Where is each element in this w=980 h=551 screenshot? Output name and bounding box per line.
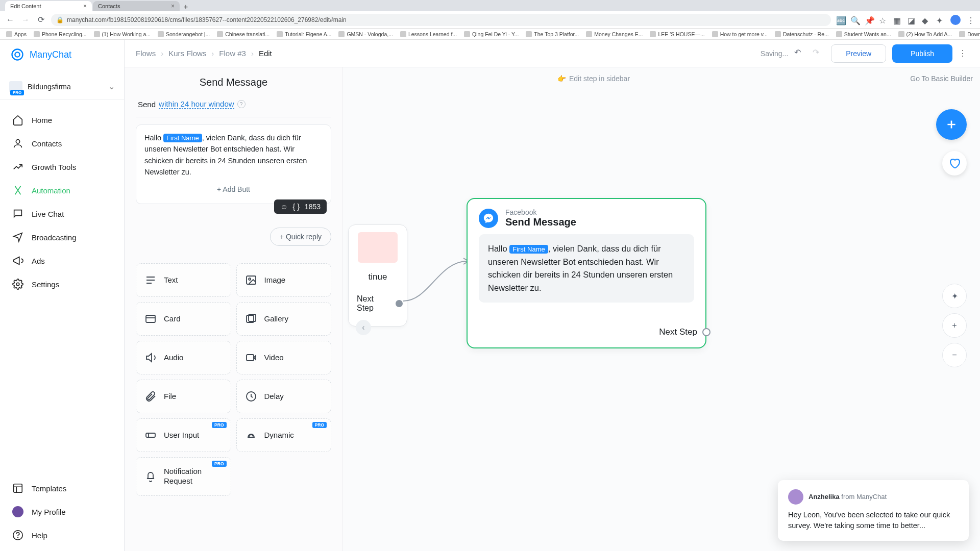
preview-button[interactable]: Preview [831, 44, 886, 63]
saving-status: Saving... [761, 49, 788, 58]
translate-icon[interactable]: 🔤 [836, 16, 844, 24]
bookmark[interactable]: Qing Fei De Yi - Y... [464, 31, 519, 37]
variable-pill[interactable]: First Name [163, 134, 202, 142]
sidebar-item-broadcasting[interactable]: Broadcasting [0, 226, 124, 249]
pin-icon[interactable]: 📌 [865, 16, 873, 24]
connector-dot[interactable] [396, 300, 403, 307]
block-dynamic[interactable]: DynamicPRO [236, 418, 332, 452]
sidebar-item-templates[interactable]: Templates [0, 477, 124, 500]
browser-tab[interactable]: Contacts × [93, 1, 180, 11]
crumb-link[interactable]: Flow #3 [219, 49, 246, 58]
auto-layout-button[interactable]: ✦ [942, 284, 967, 308]
workspace-switcher[interactable]: PRO Bildungsfirma ⌄ [0, 73, 124, 100]
ext-icon[interactable]: ◪ [908, 16, 916, 24]
block-card[interactable]: Card [136, 302, 231, 336]
bookmark[interactable]: LEE 'S HOUSE—... [650, 31, 704, 37]
panel-title: Send Message [136, 77, 331, 88]
publish-button[interactable]: Publish [892, 44, 952, 63]
bookmark[interactable]: Sonderangebot |... [158, 31, 210, 37]
block-file[interactable]: File [136, 380, 231, 413]
variable-icon[interactable]: { } [293, 203, 300, 211]
sidebar-item-growth[interactable]: Growth Tools [0, 155, 124, 179]
block-gallery[interactable]: Gallery [236, 302, 332, 336]
block-notification[interactable]: Notification RequestPRO [136, 457, 231, 496]
block-text[interactable]: Text [136, 263, 231, 297]
sidebar-item-livechat[interactable]: Live Chat [0, 202, 124, 226]
block-video[interactable]: Video [236, 341, 332, 374]
node-action: Send Message [505, 216, 576, 228]
ext-icon[interactable]: ◆ [922, 16, 930, 24]
close-icon[interactable]: × [171, 3, 175, 10]
new-tab-button[interactable]: + [181, 1, 191, 11]
flow-canvas[interactable]: 👉 Edit step in sidebar Go To Basic Build… [343, 67, 980, 551]
star-icon[interactable]: ☆ [879, 16, 887, 24]
favorite-fab[interactable] [942, 151, 967, 176]
zoom-out-button[interactable]: − [942, 343, 967, 367]
sidebar-item-help[interactable]: Help [0, 523, 124, 547]
card-icon [144, 313, 157, 325]
menu-icon[interactable]: ⋮ [967, 16, 975, 24]
forward-button[interactable]: → [20, 15, 31, 25]
zoom-icon[interactable]: 🔍 [850, 16, 859, 24]
sidebar-item-profile[interactable]: My Profile [0, 500, 124, 523]
back-button[interactable]: ← [5, 15, 15, 25]
crumb-link[interactable]: Flows [136, 49, 156, 58]
automation-icon [12, 185, 23, 196]
bookmark[interactable]: Student Wants an... [836, 31, 891, 37]
bookmark[interactable]: Tutorial: Eigene A... [277, 31, 331, 37]
undo-button[interactable]: ↶ [794, 47, 806, 60]
add-quick-reply-button[interactable]: + Quick reply [270, 228, 331, 246]
address-bar[interactable]: 🔒 manychat.com/fb1981502081920618/cms/fi… [51, 14, 831, 26]
edit-in-sidebar-link[interactable]: 👉 Edit step in sidebar [557, 74, 630, 83]
emoji-icon[interactable]: ☺ [280, 203, 287, 211]
close-icon[interactable]: × [83, 3, 87, 10]
goto-basic-builder-link[interactable]: Go To Basic Builder [910, 74, 973, 83]
brand-logo[interactable]: ManyChat [0, 40, 124, 69]
sidebar-item-settings[interactable]: Settings [0, 272, 124, 296]
ext-icon[interactable]: ✦ [936, 16, 944, 24]
chevron-left-icon[interactable]: ‹ [356, 320, 371, 335]
sidebar-item-contacts[interactable]: Contacts [0, 132, 124, 155]
svg-rect-6 [247, 276, 256, 284]
sidebar-item-ads[interactable]: Ads [0, 249, 124, 272]
block-delay[interactable]: Delay [236, 380, 332, 413]
bookmark[interactable]: (1) How Working a... [94, 31, 151, 37]
message-content[interactable]: Hallo First Name, vielen Dank, dass du d… [144, 132, 323, 178]
bookmark[interactable]: GMSN - Vologda,... [338, 31, 393, 37]
redo-button[interactable]: ↷ [813, 47, 825, 60]
flow-node-send-message[interactable]: Facebook Send Message Hallo First Name, … [467, 198, 706, 348]
reload-button[interactable]: ⟳ [36, 15, 46, 25]
flow-node-previous[interactable]: tinue Next Step ‹ [348, 224, 407, 327]
block-audio[interactable]: Audio [136, 341, 231, 374]
browser-tab-active[interactable]: Edit Content × [5, 1, 92, 11]
bookmark[interactable]: Phone Recycling... [34, 31, 87, 37]
bookmark[interactable]: Apps [6, 31, 27, 37]
profile-avatar[interactable] [950, 15, 961, 25]
bookmark[interactable]: How to get more v... [712, 31, 768, 37]
message-text-block[interactable]: Hallo First Name, vielen Dank, dass du d… [136, 124, 331, 204]
support-chat-popup[interactable]: Anzhelika from ManyChat Hey Leon, You've… [778, 480, 969, 541]
send-window-link[interactable]: within 24 hour window [159, 99, 234, 109]
pro-badge: PRO [312, 422, 327, 428]
bookmark[interactable]: Datenschutz - Re... [775, 31, 829, 37]
ext-icon[interactable]: ▦ [893, 16, 901, 24]
bookmark[interactable]: Lessons Learned f... [400, 31, 457, 37]
bookmark[interactable]: (2) How To Add A... [898, 31, 952, 37]
zoom-in-button[interactable]: + [942, 313, 967, 338]
block-userinput[interactable]: User InputPRO [136, 418, 231, 452]
block-image[interactable]: Image [236, 263, 332, 297]
crumb-link[interactable]: Kurs Flows [168, 49, 206, 58]
add-button-row[interactable]: + Add Butt [144, 185, 323, 193]
more-menu-icon[interactable]: ⋮ [959, 48, 969, 58]
bookmark[interactable]: The Top 3 Platfor... [526, 31, 579, 37]
add-node-fab[interactable] [936, 109, 967, 140]
svg-point-0 [12, 49, 23, 60]
help-icon[interactable]: ? [237, 100, 246, 108]
bookmark[interactable]: Chinese translati... [217, 31, 270, 37]
bookmark[interactable]: Money Changes E... [586, 31, 643, 37]
sidebar-item-automation[interactable]: Automation [0, 179, 124, 202]
bookmark[interactable]: Download - Cooki... [959, 31, 980, 37]
connector-ring[interactable] [702, 328, 710, 336]
text-icon [144, 274, 157, 286]
sidebar-item-home[interactable]: Home [0, 108, 124, 132]
